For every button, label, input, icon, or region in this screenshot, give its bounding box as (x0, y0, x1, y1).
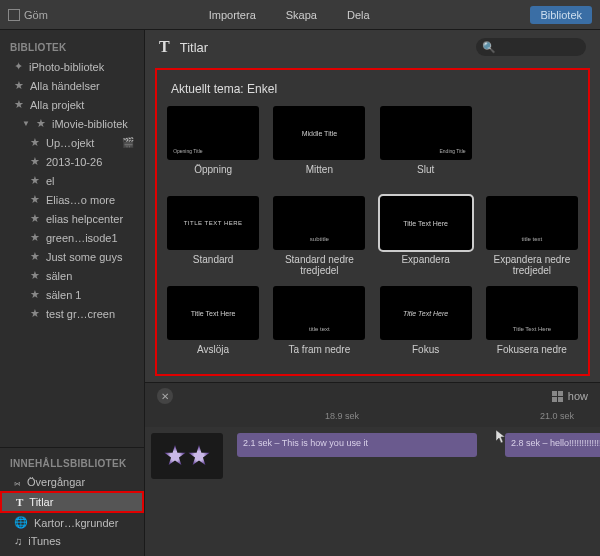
close-icon[interactable]: ✕ (157, 388, 173, 404)
title-thumb[interactable]: Title Text Here (167, 286, 259, 340)
sidebar-item-label: iMovie-bibliotek (52, 118, 128, 130)
title-thumb[interactable]: Title Text Here (486, 286, 578, 340)
title-tile[interactable]: Title Text HereFokusera nedre (486, 286, 578, 366)
tile-label: Expandera nedre tredjedel (486, 254, 578, 276)
content-lib-label: Titlar (29, 496, 53, 508)
sidebar-item[interactable]: ★elias helpcenter (0, 209, 144, 228)
share-button[interactable]: Dela (347, 9, 370, 21)
title-tile[interactable]: Title Text HereExpandera (380, 196, 472, 276)
content-library-header: INNEHÅLLSBIBLIOTEK (0, 452, 144, 473)
hide-label[interactable]: Göm (24, 9, 48, 21)
sidebar-item[interactable]: ★Up…ojekt🎬 (0, 133, 144, 152)
sidebar-item[interactable]: ★Alla händelser (0, 76, 144, 95)
import-button[interactable]: Importera (209, 9, 256, 21)
title-thumb[interactable]: subtitle (273, 196, 365, 250)
globe-icon: 🌐 (14, 516, 28, 529)
camera-icon: 🎬 (122, 137, 134, 148)
timeline-ruler[interactable]: 18.9 sek21.0 sek (145, 409, 600, 427)
star-icon (164, 445, 186, 467)
sidebar-item-label: iPhoto-bibliotek (29, 61, 104, 73)
content-lib-item[interactable]: ⨝Övergångar (0, 473, 144, 491)
sidebar-item[interactable]: ★Elias…o more (0, 190, 144, 209)
tile-label: Öppning (194, 164, 232, 186)
sidebar-item[interactable]: ★Just some guys (0, 247, 144, 266)
title-tile[interactable]: Title Text HereFokus (380, 286, 472, 366)
sidebar-item[interactable]: ★Alla projekt (0, 95, 144, 114)
titles-panel: Aktuellt tema: Enkel Opening TitleÖppnin… (155, 68, 590, 376)
title-thumb[interactable]: Ending Title (380, 106, 472, 160)
how-label: how (568, 390, 588, 402)
star-icon: ★ (30, 288, 40, 301)
timeline: ✕ how 18.9 sek21.0 sek 2.1 sek – This is… (145, 382, 600, 556)
sidebar-item-label: el (46, 175, 55, 187)
search-input[interactable]: 🔍 (476, 38, 586, 56)
tile-label: Ta fram nedre (289, 344, 351, 366)
title-tile[interactable]: title textExpandera nedre tredjedel (486, 196, 578, 276)
sidebar-item[interactable]: ★el (0, 171, 144, 190)
content-lib-item[interactable]: TTitlar (0, 491, 144, 513)
title-tile[interactable]: Title Text HereAvslöja (167, 286, 259, 366)
title-thumb[interactable]: Title Text Here (380, 286, 472, 340)
tile-label: Avslöja (197, 344, 229, 366)
title-thumb[interactable]: TITLE TEXT HERE (167, 196, 259, 250)
star-icon: ★ (30, 193, 40, 206)
ruler-mark: 21.0 sek (540, 411, 574, 421)
tile-label: Fokusera nedre (497, 344, 567, 366)
title-clip[interactable]: 2.1 sek – This is how you use it (237, 433, 477, 457)
title-tile[interactable]: TITLE TEXT HEREStandard (167, 196, 259, 276)
titles-icon: T (16, 496, 23, 508)
create-button[interactable]: Skapa (286, 9, 317, 21)
content-lib-label: iTunes (28, 535, 61, 547)
disclosure-icon: ▼ (22, 119, 30, 128)
sidebar-item-label: 2013-10-26 (46, 156, 102, 168)
title-tile[interactable]: subtitleStandard nedre tredjedel (273, 196, 365, 276)
content-lib-item[interactable]: ♫iTunes (0, 532, 144, 550)
sidebar-item-label: test gr…creen (46, 308, 115, 320)
tile-label: Fokus (412, 344, 439, 366)
title-tile[interactable]: Middle TitleMitten (273, 106, 365, 186)
layout-toggle[interactable]: how (552, 390, 588, 402)
sidebar-item-label: Alla projekt (30, 99, 84, 111)
title-thumb[interactable]: title text (486, 196, 578, 250)
star-icon: ★ (30, 250, 40, 263)
title-tile[interactable]: Opening TitleÖppning (167, 106, 259, 186)
title-thumb[interactable]: Opening Title (167, 106, 259, 160)
content-lib-item[interactable]: 🌐Kartor…kgrunder (0, 513, 144, 532)
title-tile[interactable]: title textTa fram nedre (273, 286, 365, 366)
sidebar-item-label: Up…ojekt (46, 137, 94, 149)
star-icon: ★ (30, 174, 40, 187)
theme-label: Aktuellt tema: Enkel (167, 78, 578, 106)
sidebar-item[interactable]: ★sälen (0, 266, 144, 285)
content-area: T Titlar 🔍 Aktuellt tema: Enkel Opening … (145, 30, 600, 556)
content-header: T Titlar 🔍 (145, 30, 600, 64)
star-icon: ★ (30, 269, 40, 282)
sidebar-item-label: sälen (46, 270, 72, 282)
star-icon: ★ (30, 155, 40, 168)
fullscreen-icon[interactable] (8, 9, 20, 21)
title-tile[interactable]: Ending TitleSlut (380, 106, 472, 186)
tile-label: Standard nedre tredjedel (273, 254, 365, 276)
library-button[interactable]: Bibliotek (530, 6, 592, 24)
tile-label: Mitten (306, 164, 333, 186)
sidebar-item[interactable]: ✦iPhoto-bibliotek (0, 57, 144, 76)
sidebar: BIBLIOTEK ✦iPhoto-bibliotek★Alla händels… (0, 30, 145, 556)
sidebar-item[interactable]: ★green…isode1 (0, 228, 144, 247)
music-icon: ♫ (14, 535, 22, 547)
sidebar-item[interactable]: ★2013-10-26 (0, 152, 144, 171)
sidebar-item[interactable]: ★test gr…creen (0, 304, 144, 323)
title-clip[interactable]: 2.8 sek – hello!!!!!!!!!!!!!! (505, 433, 600, 457)
title-thumb[interactable]: title text (273, 286, 365, 340)
sparkle-icon: ✦ (14, 60, 23, 73)
sidebar-item-label: Elias…o more (46, 194, 115, 206)
sidebar-item-label: Alla händelser (30, 80, 100, 92)
title-thumb[interactable]: Title Text Here (380, 196, 472, 250)
tile-label: Expandera (401, 254, 449, 276)
title-thumb[interactable]: Middle Title (273, 106, 365, 160)
search-icon: 🔍 (482, 41, 496, 54)
sidebar-item[interactable]: ★sälen 1 (0, 285, 144, 304)
transition-clip[interactable] (151, 433, 223, 479)
sidebar-item[interactable]: ▼★iMovie-bibliotek (0, 114, 144, 133)
library-header: BIBLIOTEK (0, 36, 144, 57)
star-icon: ★ (14, 98, 24, 111)
timeline-body[interactable]: 2.1 sek – This is how you use it2.8 sek … (145, 427, 600, 556)
